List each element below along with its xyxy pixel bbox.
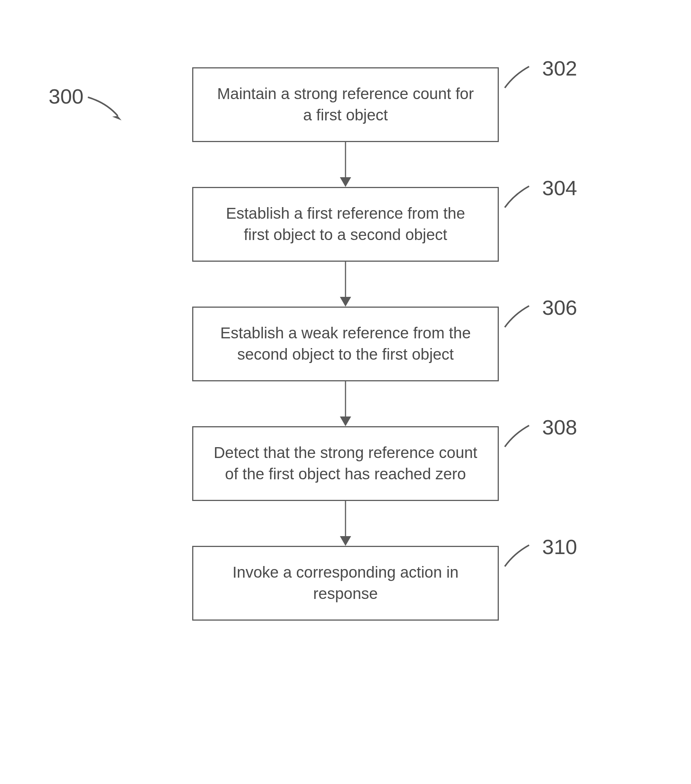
arrow-down-icon: [345, 142, 346, 187]
arrow-down-icon: [345, 262, 346, 306]
callout-302-icon: [503, 64, 537, 90]
arrow-down-icon: [345, 501, 346, 546]
step-wrap-308: Detect that the strong reference count o…: [0, 426, 691, 501]
step-wrap-306: Establish a weak reference from the seco…: [0, 306, 691, 381]
callout-308-icon: [503, 422, 537, 449]
step-label-308: 308: [542, 415, 577, 439]
step-label-310: 310: [542, 535, 577, 559]
step-text: Maintain a strong reference count for a …: [212, 83, 479, 126]
step-label-304: 304: [542, 176, 577, 200]
step-box-302: Maintain a strong reference count for a …: [192, 67, 499, 142]
step-text: Establish a weak reference from the seco…: [212, 323, 479, 365]
flowchart-canvas: 300 Maintain a strong reference count fo…: [0, 0, 691, 784]
step-wrap-302: Maintain a strong reference count for a …: [0, 67, 691, 142]
callout-304-icon: [503, 183, 537, 209]
callout-306-icon: [503, 303, 537, 329]
step-wrap-304: Establish a first reference from the fir…: [0, 187, 691, 262]
step-label-306: 306: [542, 295, 577, 320]
step-box-310: Invoke a corresponding action in respons…: [192, 546, 499, 621]
step-wrap-310: Invoke a corresponding action in respons…: [0, 546, 691, 621]
step-text: Establish a first reference from the fir…: [212, 203, 479, 245]
step-box-308: Detect that the strong reference count o…: [192, 426, 499, 501]
step-text: Invoke a corresponding action in respons…: [212, 562, 479, 604]
callout-310-icon: [503, 542, 537, 568]
arrow-down-icon: [345, 381, 346, 426]
flowchart-column: Maintain a strong reference count for a …: [0, 67, 691, 621]
step-box-304: Establish a first reference from the fir…: [192, 187, 499, 262]
step-text: Detect that the strong reference count o…: [212, 442, 479, 484]
step-box-306: Establish a weak reference from the seco…: [192, 306, 499, 381]
step-label-302: 302: [542, 56, 577, 81]
